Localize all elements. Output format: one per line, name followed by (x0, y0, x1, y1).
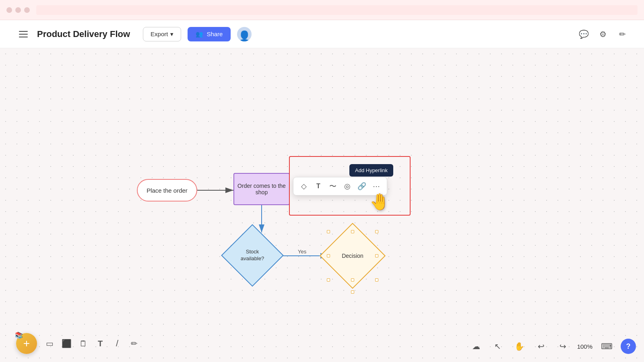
place-order-label: Place the order (147, 187, 188, 194)
help-label: ? (626, 342, 631, 351)
menu-line (19, 37, 28, 37)
add-hyperlink-button[interactable]: Add Hyperlink (349, 164, 393, 177)
handle-top[interactable] (351, 230, 354, 233)
cloud-save-icon[interactable]: ☁ (469, 339, 484, 354)
line-tool-button[interactable]: / (109, 336, 125, 351)
rectangle-icon: ▭ (46, 339, 54, 348)
more-icon[interactable]: ⋯ (370, 180, 383, 193)
node-toolbar: ◇ T 〜 ◎ 🔗 ⋯ (293, 177, 387, 195)
toolbar-right: 💬 ⚙ ✏ (578, 29, 628, 40)
decision-node[interactable]: Decision (329, 232, 376, 279)
undo-icon: ↩ (538, 341, 545, 351)
add-icon: + (23, 337, 30, 350)
order-comes-node[interactable]: Order comes to the shop (233, 173, 290, 205)
zoom-level: 100% (577, 343, 592, 350)
maximize-dot[interactable] (24, 7, 30, 13)
stock-diamond: Stock available? (221, 224, 284, 287)
redo-button[interactable]: ↪ (555, 339, 571, 354)
add-fab-button[interactable]: + 📚 (16, 333, 37, 354)
text-tool-button[interactable]: T (93, 336, 108, 351)
pan-tool-icon[interactable]: ✋ (512, 339, 527, 354)
menu-line (19, 31, 28, 32)
edit-icon[interactable]: ✏ (617, 29, 628, 40)
bottom-left-toolbar: + 📚 ▭ ⬛ 🗒 T / ✏ (16, 333, 142, 354)
bottom-right-toolbar: ☁ ↖ ✋ ↩ ↪ 100% ⌨ ? (469, 339, 636, 354)
rectangle-tool-button[interactable]: ▭ (42, 336, 57, 351)
avatar-image: 👤 (238, 31, 251, 41)
pen-tool-button[interactable]: ✏ (126, 336, 142, 351)
undo-button[interactable]: ↩ (534, 339, 549, 354)
cursor-icon: ↖ (494, 341, 501, 351)
handle-top-left[interactable] (327, 230, 330, 233)
place-order-node[interactable]: Place the order (137, 179, 197, 202)
keyboard-shortcuts-button[interactable]: ⌨ (599, 339, 614, 354)
link-icon[interactable]: 🔗 (355, 180, 368, 193)
line-icon: / (116, 338, 118, 349)
menu-line (19, 34, 28, 35)
comment-icon[interactable]: 💬 (578, 29, 589, 40)
handle-bottom[interactable] (351, 278, 354, 282)
menu-button[interactable] (16, 27, 31, 41)
diagram-title: Product Delivery Flow (37, 29, 130, 39)
sticky-icon: 🗒 (79, 339, 87, 348)
share-label: Share (206, 31, 223, 37)
yes-label: Yes (298, 249, 306, 255)
shape-icon[interactable]: ◇ (297, 180, 310, 193)
chevron-down-icon: ▾ (170, 31, 173, 38)
diagram-canvas: Place the order Order comes to the shop … (0, 48, 644, 362)
select-tool-icon[interactable]: ↖ (490, 339, 506, 354)
stock-available-node[interactable]: Stock available? (230, 233, 275, 278)
cloud-icon: ☁ (472, 341, 480, 351)
handle-bottom-left[interactable] (327, 278, 330, 282)
keyboard-icon: ⌨ (601, 341, 613, 351)
settings-icon[interactable]: ⚙ (597, 29, 609, 40)
help-button[interactable]: ? (621, 339, 636, 354)
arrows-svg (0, 48, 644, 362)
hand-icon: ✋ (514, 341, 524, 351)
text-tool-icon: T (98, 339, 103, 348)
handle-bottom-right[interactable] (375, 278, 378, 282)
text-tool-icon[interactable]: T (312, 180, 325, 193)
handle-top-right[interactable] (375, 230, 378, 233)
share-button[interactable]: 👥 Share (188, 27, 231, 41)
titlebar (0, 0, 644, 20)
redo-icon: ↪ (559, 341, 566, 351)
window-controls (6, 7, 30, 13)
frame-icon: ⬛ (62, 339, 72, 348)
stock-label: Stock available? (234, 249, 270, 262)
export-label: Export (151, 31, 168, 37)
pen-icon: ✏ (131, 339, 138, 348)
close-dot[interactable] (6, 7, 12, 13)
avatar[interactable]: 👤 (237, 27, 252, 41)
order-comes-label: Order comes to the shop (237, 183, 286, 195)
add-hyperlink-label: Add Hyperlink (355, 167, 388, 173)
export-button[interactable]: Export ▾ (143, 27, 181, 41)
decision-label: Decision (334, 253, 371, 259)
frame-tool-button[interactable]: ⬛ (59, 336, 74, 351)
handle-bottom-center-ext[interactable] (351, 290, 354, 294)
handle-right[interactable] (375, 254, 378, 257)
minimize-dot[interactable] (15, 7, 21, 13)
address-bar[interactable] (36, 5, 638, 15)
pen-tool-icon[interactable]: 〜 (326, 180, 339, 193)
sticky-tool-button[interactable]: 🗒 (76, 336, 91, 351)
style-icon[interactable]: ◎ (341, 180, 354, 193)
share-icon: 👥 (196, 31, 203, 38)
handle-left[interactable] (327, 254, 330, 257)
sticker-icon: 📚 (14, 331, 23, 340)
main-toolbar: Product Delivery Flow Export ▾ 👥 Share 👤… (0, 20, 644, 48)
